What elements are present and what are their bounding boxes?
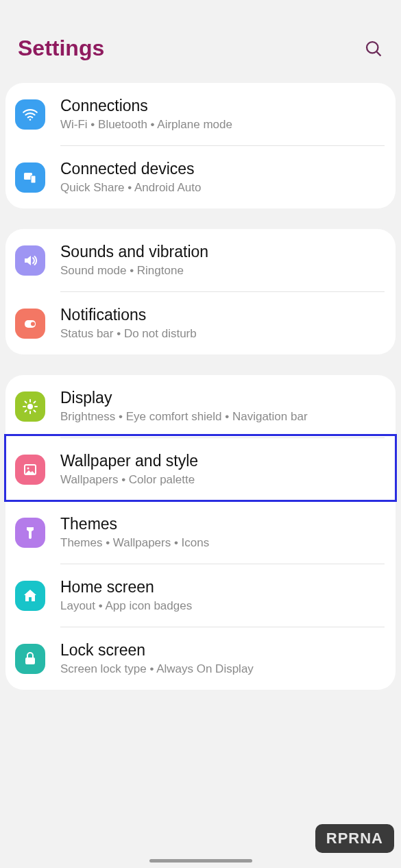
svg-line-1 (377, 51, 381, 56)
item-subtitle: Wi-Fi • Bluetooth • Airplane mode (60, 118, 385, 132)
item-title: Home screen (60, 578, 385, 596)
settings-group-3: Display Brightness • Eye comfort shield … (5, 375, 396, 690)
home-indicator (149, 859, 252, 863)
item-display[interactable]: Display Brightness • Eye comfort shield … (5, 375, 396, 437)
item-notifications[interactable]: Notifications Status bar • Do not distur… (5, 292, 396, 354)
svg-line-12 (25, 401, 27, 402)
item-text: Home screen Layout • App icon badges (60, 578, 385, 613)
search-icon[interactable] (364, 39, 383, 58)
svg-point-2 (29, 119, 32, 121)
item-title: Connected devices (60, 160, 385, 178)
item-title: Wallpaper and style (60, 452, 385, 470)
themes-icon (15, 518, 45, 548)
item-text: Wallpaper and style Wallpapers • Color p… (60, 452, 385, 487)
item-themes[interactable]: Themes Themes • Wallpapers • Icons (5, 501, 396, 564)
wallpaper-icon (15, 455, 45, 485)
svg-rect-4 (31, 176, 36, 183)
page-title: Settings (18, 36, 104, 61)
item-text: Themes Themes • Wallpapers • Icons (60, 515, 385, 550)
display-icon (15, 391, 45, 422)
item-title: Display (60, 389, 385, 407)
settings-group-1: Connections Wi-Fi • Bluetooth • Airplane… (5, 83, 396, 208)
item-subtitle: Wallpapers • Color palette (60, 473, 385, 487)
item-subtitle: Screen lock type • Always On Display (60, 662, 385, 676)
svg-line-14 (25, 410, 27, 411)
item-lock-screen[interactable]: Lock screen Screen lock type • Always On… (5, 627, 396, 690)
item-connected-devices[interactable]: Connected devices Quick Share • Android … (5, 146, 396, 208)
item-title: Themes (60, 515, 385, 533)
item-title: Lock screen (60, 641, 385, 660)
item-subtitle: Sound mode • Ringtone (60, 264, 385, 278)
item-text: Connected devices Quick Share • Android … (60, 160, 385, 195)
header: Settings (0, 0, 401, 83)
svg-point-17 (27, 467, 29, 469)
item-text: Lock screen Screen lock type • Always On… (60, 641, 385, 676)
svg-line-13 (34, 410, 36, 411)
home-icon (15, 581, 45, 611)
item-subtitle: Brightness • Eye comfort shield • Naviga… (60, 410, 385, 424)
svg-point-7 (27, 404, 33, 409)
item-title: Notifications (60, 306, 385, 324)
item-text: Notifications Status bar • Do not distur… (60, 306, 385, 341)
item-text: Display Brightness • Eye comfort shield … (60, 389, 385, 424)
svg-point-6 (31, 322, 35, 326)
wifi-icon (15, 99, 45, 130)
item-connections[interactable]: Connections Wi-Fi • Bluetooth • Airplane… (5, 83, 396, 145)
item-subtitle: Quick Share • Android Auto (60, 181, 385, 195)
item-wallpaper-style[interactable]: Wallpaper and style Wallpapers • Color p… (5, 438, 396, 501)
watermark: RPRNA (315, 824, 394, 853)
item-sounds[interactable]: Sounds and vibration Sound mode • Ringto… (5, 229, 396, 291)
sound-icon (15, 245, 45, 276)
svg-line-15 (34, 401, 36, 402)
devices-icon (15, 162, 45, 193)
item-subtitle: Layout • App icon badges (60, 599, 385, 613)
svg-point-0 (367, 42, 378, 53)
item-text: Sounds and vibration Sound mode • Ringto… (60, 243, 385, 278)
svg-rect-18 (25, 658, 35, 664)
settings-group-2: Sounds and vibration Sound mode • Ringto… (5, 229, 396, 354)
item-home-screen[interactable]: Home screen Layout • App icon badges (5, 564, 396, 627)
item-subtitle: Status bar • Do not disturb (60, 327, 385, 341)
item-title: Connections (60, 97, 385, 115)
item-title: Sounds and vibration (60, 243, 385, 261)
notifications-icon (15, 309, 45, 339)
lock-icon (15, 644, 45, 674)
item-subtitle: Themes • Wallpapers • Icons (60, 536, 385, 550)
item-text: Connections Wi-Fi • Bluetooth • Airplane… (60, 97, 385, 132)
